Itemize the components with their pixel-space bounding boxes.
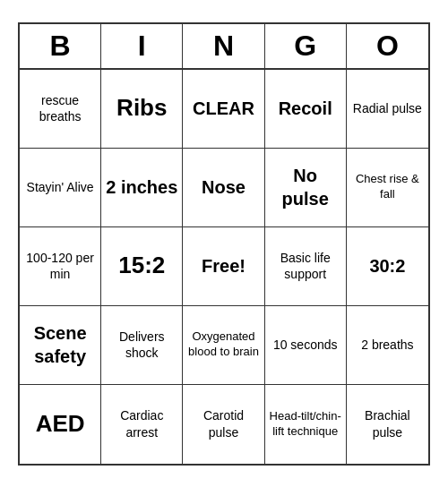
bingo-cell: Delivers shock bbox=[101, 306, 183, 385]
bingo-cell: Radial pulse bbox=[347, 70, 428, 149]
bingo-cell: Cardiac arrest bbox=[101, 385, 183, 464]
cell-text: AED bbox=[36, 409, 85, 440]
cell-text: 100-120 per min bbox=[23, 250, 97, 282]
bingo-cell: Nose bbox=[183, 149, 264, 227]
cell-text: Radial pulse bbox=[353, 100, 422, 116]
bingo-cell: Brachial pulse bbox=[347, 385, 428, 464]
cell-text: No pulse bbox=[269, 164, 342, 210]
bingo-cell: 30:2 bbox=[347, 227, 428, 306]
header-letter: G bbox=[265, 24, 347, 68]
header-letter: N bbox=[183, 24, 264, 68]
cell-text: 10 seconds bbox=[273, 337, 338, 353]
header-letter: I bbox=[101, 24, 183, 68]
bingo-cell: 2 inches bbox=[101, 149, 183, 227]
bingo-cell: Recoil bbox=[265, 70, 347, 149]
cell-text: Scene safety bbox=[23, 321, 97, 368]
bingo-cell: 100-120 per min bbox=[20, 227, 101, 306]
cell-text: 2 inches bbox=[106, 175, 177, 199]
cell-text: Ribs bbox=[116, 93, 167, 124]
cell-text: Recoil bbox=[279, 97, 332, 120]
cell-text: Chest rise & fall bbox=[350, 172, 425, 202]
bingo-cell: Scene safety bbox=[20, 306, 101, 385]
bingo-cell: 2 breaths bbox=[347, 306, 428, 385]
bingo-cell: Carotid pulse bbox=[183, 385, 264, 464]
cell-text: Nose bbox=[202, 175, 246, 199]
cell-text: Carotid pulse bbox=[186, 407, 260, 440]
cell-text: Stayin' Alive bbox=[27, 179, 94, 195]
bingo-cell: Ribs bbox=[101, 70, 183, 149]
bingo-cell: Head-tilt/chin-lift technique bbox=[265, 385, 347, 464]
cell-text: CLEAR bbox=[193, 97, 254, 120]
cell-text: Free! bbox=[202, 254, 246, 278]
bingo-grid: rescue breathsRibsCLEARRecoilRadial puls… bbox=[20, 70, 428, 464]
bingo-cell: 10 seconds bbox=[265, 306, 347, 385]
cell-text: 2 breaths bbox=[361, 337, 413, 353]
bingo-cell: Chest rise & fall bbox=[347, 149, 428, 227]
header-letter: B bbox=[20, 24, 101, 68]
cell-text: Basic life support bbox=[269, 250, 342, 282]
bingo-cell: Stayin' Alive bbox=[20, 149, 101, 227]
bingo-cell: No pulse bbox=[265, 149, 347, 227]
cell-text: 15:2 bbox=[118, 251, 165, 281]
cell-text: Delivers shock bbox=[105, 329, 178, 361]
cell-text: Brachial pulse bbox=[350, 407, 425, 440]
bingo-cell: Basic life support bbox=[265, 227, 347, 306]
bingo-cell: Oxygenated blood to brain bbox=[183, 306, 264, 385]
bingo-card: BINGO rescue breathsRibsCLEARRecoilRadia… bbox=[18, 22, 430, 466]
cell-text: Head-tilt/chin-lift technique bbox=[269, 409, 342, 440]
bingo-header: BINGO bbox=[20, 24, 428, 70]
cell-text: Cardiac arrest bbox=[105, 407, 178, 440]
header-letter: O bbox=[347, 24, 428, 68]
bingo-cell: rescue breaths bbox=[20, 70, 101, 149]
cell-text: Oxygenated blood to brain bbox=[186, 329, 260, 360]
bingo-cell: CLEAR bbox=[183, 70, 264, 149]
cell-text: rescue breaths bbox=[23, 92, 97, 124]
cell-text: 30:2 bbox=[369, 254, 405, 278]
bingo-cell: AED bbox=[20, 385, 101, 464]
bingo-cell: 15:2 bbox=[101, 227, 183, 306]
bingo-cell: Free! bbox=[183, 227, 264, 306]
